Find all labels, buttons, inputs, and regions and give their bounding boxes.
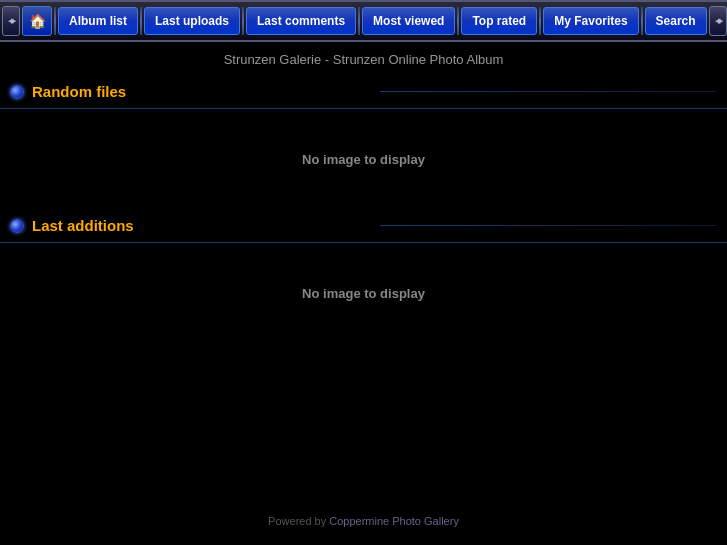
navbar: Album list Last uploads Last comments Mo… xyxy=(0,0,727,42)
random-files-content: No image to display xyxy=(0,109,727,209)
nav-separator-1 xyxy=(140,7,142,35)
home-button[interactable] xyxy=(22,6,52,36)
nav-left-edge xyxy=(2,6,20,36)
nav-separator-5 xyxy=(539,7,541,35)
footer: Powered by Coppermine Photo Gallery xyxy=(0,507,727,535)
random-files-header: Random files xyxy=(0,75,727,109)
last-additions-empty-message: No image to display xyxy=(302,286,425,301)
nav-right-edge xyxy=(709,6,727,36)
nav-my-favorites[interactable]: My Favorites xyxy=(543,7,638,35)
footer-text-prefix: Powered by xyxy=(268,515,329,527)
nav-album-list[interactable]: Album list xyxy=(58,7,138,35)
nav-separator-4 xyxy=(457,7,459,35)
last-additions-line xyxy=(380,225,718,226)
nav-last-uploads[interactable]: Last uploads xyxy=(144,7,240,35)
last-additions-dot xyxy=(10,219,24,233)
last-additions-header: Last additions xyxy=(0,209,727,243)
random-files-empty-message: No image to display xyxy=(302,152,425,167)
last-additions-content: No image to display xyxy=(0,243,727,343)
site-title: Strunzen Galerie - Strunzen Online Photo… xyxy=(0,42,727,75)
random-files-line xyxy=(380,91,718,92)
page-wrapper: Album list Last uploads Last comments Mo… xyxy=(0,0,727,545)
random-files-dot xyxy=(10,85,24,99)
nav-most-viewed[interactable]: Most viewed xyxy=(362,7,455,35)
nav-search[interactable]: Search xyxy=(645,7,707,35)
nav-last-comments[interactable]: Last comments xyxy=(246,7,356,35)
footer-link[interactable]: Coppermine Photo Gallery xyxy=(329,515,459,527)
nav-separator-2 xyxy=(242,7,244,35)
last-additions-title: Last additions xyxy=(32,217,370,234)
nav-separator-0 xyxy=(54,7,56,35)
random-files-title: Random files xyxy=(32,83,370,100)
nav-separator-6 xyxy=(641,7,643,35)
nav-separator-3 xyxy=(358,7,360,35)
nav-top-rated[interactable]: Top rated xyxy=(461,7,537,35)
